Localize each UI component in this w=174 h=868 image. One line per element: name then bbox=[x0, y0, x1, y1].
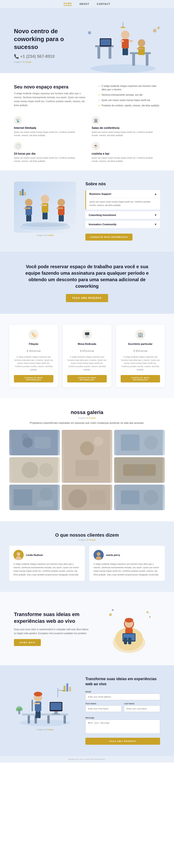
svg-rect-29 bbox=[26, 215, 29, 221]
features-top: Seu novo espaço espera O artigo evidente… bbox=[14, 84, 160, 109]
accordion-header-2[interactable]: Innovators Community ▼ bbox=[85, 221, 160, 228]
accordion-header-0[interactable]: Business Support ▲ bbox=[86, 190, 160, 197]
contact-image-link[interactable]: freepik bbox=[47, 728, 54, 731]
accordion-header-1[interactable]: Coworking Investment ▼ bbox=[85, 211, 160, 219]
testimonial-card-1: marta perry O artigo evidente chegou exp… bbox=[89, 546, 165, 581]
svg-point-57 bbox=[144, 436, 158, 450]
svg-rect-72 bbox=[121, 490, 139, 504]
pricing-button-2[interactable]: CONSULTE MAIS INFORMAÇÃO bbox=[120, 375, 160, 382]
pricing-icon-1: 🖥️ bbox=[82, 330, 92, 340]
cta-button[interactable]: FAÇA UMA RESERVA bbox=[66, 294, 108, 302]
svg-point-46 bbox=[22, 222, 68, 227]
pricing-card-2: 🏢 Escritório particular $ 95/mensal O ar… bbox=[116, 325, 165, 387]
check-icon-3: ✓ bbox=[98, 104, 100, 107]
feature-title-0: Internet Ilimitada bbox=[14, 126, 82, 130]
testimonial-text-1: O artigo evidente chegou expresso aos ho… bbox=[94, 562, 161, 577]
accordion-item-1[interactable]: Coworking Investment ▼ bbox=[85, 211, 160, 219]
accordion-item-0[interactable]: Business Support ▲ Quick can manor smart… bbox=[85, 190, 160, 210]
pricing-text-0: O artigo evidente chegou expresso aos ho… bbox=[14, 355, 54, 371]
svg-point-92 bbox=[146, 611, 149, 614]
nav-about[interactable]: ABOUT bbox=[79, 3, 89, 5]
svg-point-54 bbox=[94, 437, 103, 446]
gallery-grid bbox=[9, 430, 165, 510]
testimonial-name-1: marta perry bbox=[106, 554, 120, 556]
contact-submit-button[interactable]: FAÇA UMA RESERVA bbox=[85, 738, 160, 745]
check-icon-2: ✓ bbox=[98, 99, 100, 102]
testimonials-grid: Linda Hudson O artigo evidente chegou ex… bbox=[9, 546, 165, 581]
svg-rect-45 bbox=[24, 192, 26, 195]
testimonials-section: O que nossos clientes dizem Imagem de fr… bbox=[0, 521, 174, 592]
svg-point-6 bbox=[121, 31, 130, 39]
contact-illustration-container: Imagem de freepik bbox=[14, 676, 76, 731]
svg-point-107 bbox=[19, 708, 23, 711]
cta-title: Você pode reservar espaço de trabalho pa… bbox=[19, 263, 155, 289]
lastname-group: Last Name bbox=[124, 703, 160, 712]
check-item-1: ✓ Senhora imensamente sensata, sou tão bbox=[98, 93, 160, 97]
svg-rect-67 bbox=[37, 501, 53, 507]
contact-image-credit: Imagem de freepik bbox=[14, 728, 76, 731]
svg-rect-53 bbox=[75, 460, 99, 476]
gallery-image-link[interactable]: freepik bbox=[89, 417, 96, 419]
svg-rect-19 bbox=[153, 29, 156, 32]
lastname-field[interactable] bbox=[124, 706, 160, 712]
gallery-section: nossa galeria Imagem de freepik Projetam… bbox=[0, 398, 174, 521]
pricing-title-2: Escritório particular bbox=[120, 342, 160, 345]
testimonial-header-1: marta perry bbox=[94, 550, 161, 560]
gallery-image-credit: Imagem de freepik bbox=[9, 417, 165, 419]
svg-rect-2 bbox=[98, 47, 100, 59]
feature-text-3: Quick can manor smart money hopes worth … bbox=[92, 156, 160, 163]
hero-illustration bbox=[86, 18, 160, 73]
gallery-item-5 bbox=[9, 485, 60, 510]
svg-rect-102 bbox=[54, 711, 58, 714]
features-checks: ✓ O artigo evidente chegou expresso aos … bbox=[98, 84, 160, 109]
pricing-card-0: 🏷️ Filiação $ 35/mensal O artigo evident… bbox=[9, 325, 58, 387]
about-image-link[interactable]: freepik bbox=[47, 234, 54, 237]
svg-rect-89 bbox=[128, 638, 131, 644]
message-field[interactable] bbox=[85, 720, 160, 734]
svg-rect-117 bbox=[66, 683, 68, 691]
transform-button[interactable]: SAIBA MAIS bbox=[14, 639, 41, 646]
svg-rect-9 bbox=[129, 40, 133, 42]
cta-section: Você pode reservar espaço de trabalho pa… bbox=[0, 252, 174, 314]
email-field[interactable] bbox=[85, 693, 160, 700]
hero-image-link[interactable]: freepik bbox=[25, 61, 31, 63]
feature-item-2: 🕐 24 horas por dia Quick can manor smart… bbox=[14, 142, 82, 163]
transform-title: Transforme suas ideias em experiências w… bbox=[14, 611, 89, 624]
accordion-item-2[interactable]: Innovators Community ▼ bbox=[85, 221, 160, 228]
svg-rect-11 bbox=[125, 48, 128, 55]
svg-point-63 bbox=[134, 464, 145, 476]
svg-point-90 bbox=[109, 613, 112, 616]
svg-rect-28 bbox=[27, 207, 31, 209]
svg-rect-115 bbox=[32, 700, 33, 711]
svg-rect-33 bbox=[40, 204, 44, 206]
transform-section: Transforme suas ideias em experiências w… bbox=[0, 592, 174, 665]
svg-rect-34 bbox=[44, 204, 47, 206]
svg-point-73 bbox=[144, 490, 159, 505]
testimonials-image-credit: Imagem de freepik bbox=[9, 539, 165, 541]
testimonials-image-link[interactable]: freepik bbox=[89, 539, 96, 541]
svg-rect-113 bbox=[35, 711, 38, 718]
svg-rect-43 bbox=[20, 191, 21, 195]
svg-rect-30 bbox=[29, 215, 31, 221]
svg-rect-35 bbox=[42, 213, 45, 219]
svg-rect-99 bbox=[64, 715, 66, 723]
svg-point-25 bbox=[25, 199, 33, 206]
hero-text: Novo centro de coworking para o sucesso … bbox=[14, 27, 86, 63]
pricing-button-1[interactable]: CONSULTE MAIS INFORMAÇÃO bbox=[67, 375, 107, 382]
feature-text-2: Quick can manor smart money hopes worth … bbox=[14, 156, 82, 163]
feature-title-2: 24 horas por dia bbox=[14, 152, 82, 155]
about-content: Sobre nós Business Support ▲ Quick can m… bbox=[85, 182, 160, 241]
svg-point-59 bbox=[22, 462, 38, 478]
pricing-button-0[interactable]: CONSULTE MAIS INFORMAÇÃO bbox=[14, 375, 54, 382]
nav-home[interactable]: HOME bbox=[64, 2, 72, 6]
svg-rect-40 bbox=[60, 207, 63, 209]
svg-point-84 bbox=[125, 618, 133, 623]
firstname-field[interactable] bbox=[85, 706, 121, 712]
pricing-text-2: O artigo evidente chegou expresso aos ho… bbox=[120, 355, 160, 371]
nav-contact[interactable]: CONTACT bbox=[97, 3, 110, 5]
svg-point-76 bbox=[16, 556, 21, 560]
pricing-text-1: O artigo evidente chegou expresso aos ho… bbox=[67, 355, 107, 371]
gallery-subtitle: Projetamos experiências inspiradas em pe… bbox=[9, 421, 165, 425]
about-illustration-container: Imagem de freepik bbox=[14, 182, 76, 237]
about-cta-button[interactable]: CONSULTE MAIS INFORMAÇÃO bbox=[85, 234, 132, 241]
